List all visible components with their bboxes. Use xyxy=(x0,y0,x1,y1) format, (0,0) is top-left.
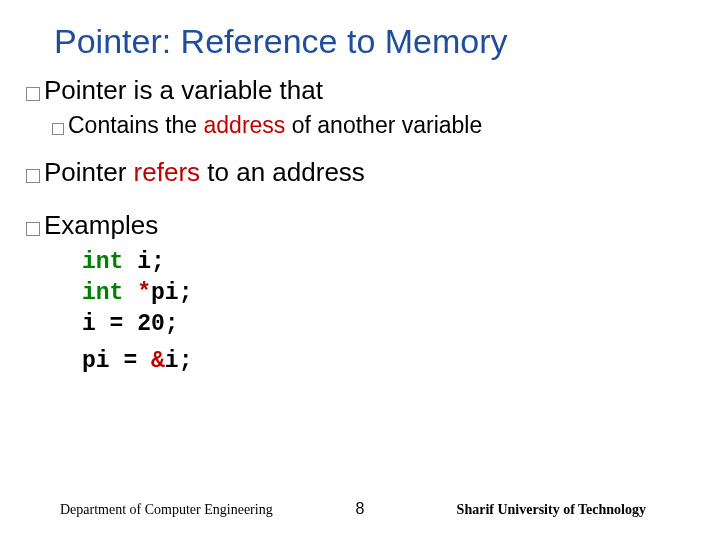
bullet-level1: Pointer refers to an address xyxy=(26,157,694,188)
footer-department: Department of Computer Engineering xyxy=(60,502,273,518)
slide-title: Pointer: Reference to Memory xyxy=(0,0,720,75)
code-line: int i; xyxy=(82,247,694,278)
highlight-text: address xyxy=(204,112,286,138)
bullet-marker-icon xyxy=(26,222,40,236)
code-text: pi = xyxy=(82,348,151,374)
bullet-level1: Examples xyxy=(26,210,694,241)
text-fragment: Contains the xyxy=(68,112,204,138)
bullet-text: Contains the address of another variable xyxy=(68,112,482,139)
code-text: i; xyxy=(123,249,164,275)
code-line: i = 20; xyxy=(82,309,694,340)
bullet-text: Pointer refers to an address xyxy=(44,157,365,188)
footer-university: Sharif University of Technology xyxy=(457,502,646,518)
text-fragment: Pointer xyxy=(44,157,134,187)
code-text: i; xyxy=(165,348,193,374)
text-fragment: to an address xyxy=(200,157,365,187)
page-number: 8 xyxy=(356,500,365,518)
code-text: pi; xyxy=(151,280,192,306)
bullet-marker-icon xyxy=(26,169,40,183)
code-operator: * xyxy=(123,280,151,306)
code-keyword: int xyxy=(82,280,123,306)
code-line: pi = &i; xyxy=(82,346,694,377)
bullet-marker-icon xyxy=(26,87,40,101)
bullet-text: Pointer is a variable that xyxy=(44,75,323,106)
slide-content: Pointer is a variable that Contains the … xyxy=(0,75,720,377)
bullet-marker-icon xyxy=(52,123,64,135)
code-keyword: int xyxy=(82,249,123,275)
bullet-level2: Contains the address of another variable xyxy=(52,112,694,139)
bullet-text: Examples xyxy=(44,210,158,241)
code-operator: & xyxy=(151,348,165,374)
code-text: i = 20; xyxy=(82,311,179,337)
code-line: int *pi; xyxy=(82,278,694,309)
text-fragment: of another variable xyxy=(285,112,482,138)
code-example: int i; int *pi; i = 20; pi = &i; xyxy=(82,247,694,377)
highlight-text: refers xyxy=(134,157,200,187)
bullet-level1: Pointer is a variable that xyxy=(26,75,694,106)
